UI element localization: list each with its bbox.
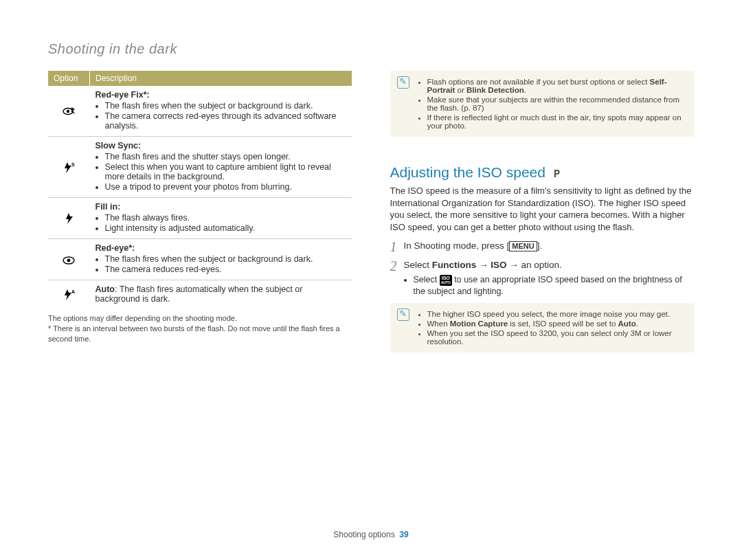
flash-options-table: Option Description bbox=[48, 71, 352, 308]
note-box-1: ✎ Flash options are not available if you… bbox=[390, 71, 695, 137]
redeye-fix-title: Red-eye Fix*: bbox=[95, 90, 150, 100]
fill-in-b1: The flash always fires. bbox=[105, 213, 347, 223]
note2-item1: The higher ISO speed you select, the mor… bbox=[427, 310, 688, 318]
fill-in-b2: Light intensity is adjusted automaticall… bbox=[105, 223, 347, 233]
auto-icon: A bbox=[48, 280, 90, 309]
menu-button-label: MENU bbox=[509, 241, 537, 251]
svg-point-4 bbox=[67, 258, 71, 262]
redeye-fix-b1: The flash fires when the subject or back… bbox=[105, 101, 347, 111]
slow-sync-b1: The flash fires and the shutter stays op… bbox=[105, 152, 347, 161]
page-number: 39 bbox=[399, 530, 408, 539]
th-option: Option bbox=[48, 71, 90, 86]
note1-item3: If there is reflected light or much dust… bbox=[427, 113, 688, 130]
left-column: Option Description bbox=[48, 71, 352, 517]
step1-number: 1 bbox=[390, 240, 404, 254]
redeye-b2: The camera reduces red-eyes. bbox=[105, 265, 347, 274]
redeye-fix-icon bbox=[48, 86, 90, 137]
footnote-1: The options may differ depending on the … bbox=[48, 313, 352, 324]
slow-sync-title: Slow Sync: bbox=[95, 141, 142, 150]
step2-number: 2 bbox=[390, 259, 404, 273]
slow-sync-b2: Select this when you want to capture amb… bbox=[105, 162, 347, 181]
iso-paragraph: The ISO speed is the measure of a film's… bbox=[390, 185, 695, 233]
footnotes: The options may differ depending on the … bbox=[48, 313, 352, 344]
steps: 1 In Shooting mode, press [MENU]. 2 Sele… bbox=[390, 240, 695, 298]
auto-text: : The flash fires automatically when the… bbox=[95, 284, 303, 304]
svg-text:A: A bbox=[71, 289, 75, 294]
note-icon: ✎ bbox=[397, 76, 409, 89]
svg-text:S: S bbox=[71, 162, 75, 167]
th-description: Description bbox=[90, 71, 352, 86]
fill-in-icon bbox=[48, 198, 90, 239]
iso-auto-icon: ISOAUTO bbox=[440, 275, 452, 286]
right-column: ✎ Flash options are not available if you… bbox=[390, 71, 695, 517]
step2-body: Select Functions → ISO → an option. Sele… bbox=[404, 259, 695, 298]
slow-sync-icon: S bbox=[48, 137, 90, 198]
redeye-fix-b2: The camera corrects red-eyes through its… bbox=[105, 111, 347, 131]
mode-badge: P bbox=[554, 168, 561, 181]
note2-item3: When you set the ISO speed to 3200, you … bbox=[427, 329, 688, 346]
step1-body: In Shooting mode, press [MENU]. bbox=[404, 240, 695, 252]
footer-label: Shooting options bbox=[333, 530, 394, 539]
page-title: Shooting in the dark bbox=[48, 41, 694, 57]
footer: Shooting options 39 bbox=[48, 530, 694, 539]
fill-in-title: Fill in: bbox=[95, 202, 121, 212]
svg-point-1 bbox=[67, 110, 69, 113]
step2-sub: Select ISOAUTO to use an appropriate ISO… bbox=[414, 274, 695, 298]
redeye-title: Red-eye*: bbox=[95, 243, 135, 253]
note-icon: ✎ bbox=[397, 309, 409, 321]
auto-title: Auto bbox=[95, 284, 115, 294]
slow-sync-b3: Use a tripod to prevent your photos from… bbox=[105, 182, 347, 192]
section-title: Adjusting the ISO speed P bbox=[390, 164, 695, 181]
note2-item2: When Motion Capture is set, ISO speed wi… bbox=[427, 320, 688, 328]
note1-item1: Flash options are not available if you s… bbox=[427, 78, 688, 94]
redeye-b1: The flash fires when the subject or back… bbox=[105, 254, 347, 264]
redeye-icon bbox=[48, 239, 90, 280]
note-box-2: ✎ The higher ISO speed you select, the m… bbox=[390, 303, 695, 352]
note1-item2: Make sure that your subjects are within … bbox=[427, 96, 688, 112]
footnote-2: * There is an interval between two burst… bbox=[48, 324, 352, 344]
